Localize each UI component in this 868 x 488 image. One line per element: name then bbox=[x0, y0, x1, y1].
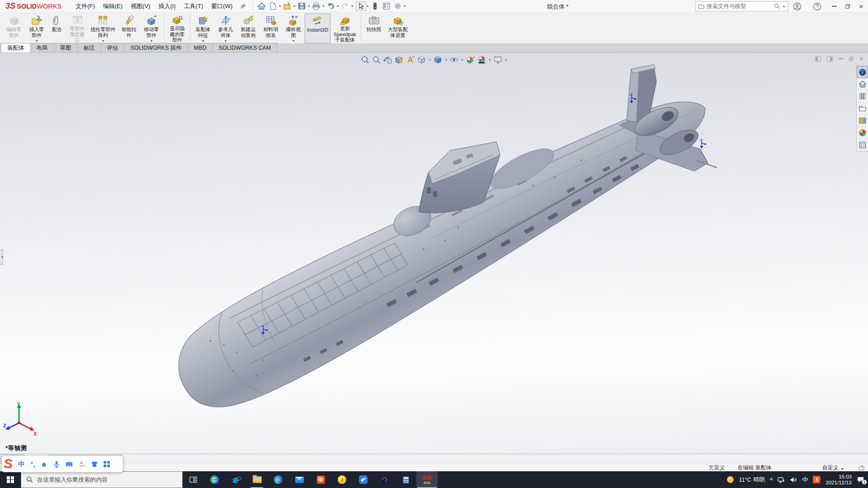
dropdown-caret-icon[interactable] bbox=[279, 4, 281, 8]
c-viewer-icon[interactable]: C bbox=[204, 471, 225, 488]
3d-viewport[interactable]: Y X Z *等轴测 bbox=[0, 53, 868, 454]
dropdown-caret-icon[interactable] bbox=[337, 4, 339, 8]
view-orientation-icon[interactable] bbox=[416, 55, 426, 65]
dropdown-caret-icon[interactable] bbox=[322, 4, 324, 8]
qq-music-icon[interactable]: ♪ bbox=[331, 471, 353, 488]
dropdown-caret-icon[interactable] bbox=[429, 58, 430, 62]
dropdown-caret-icon[interactable] bbox=[461, 58, 463, 62]
ime-mode-chinese[interactable]: 中 bbox=[18, 460, 25, 469]
ribbon-update-speedpak[interactable]: 更新Speedpak子装配体 bbox=[330, 14, 359, 43]
menu-edit[interactable]: 编辑(E) bbox=[99, 0, 127, 12]
minimize-button[interactable] bbox=[827, 0, 841, 13]
clock[interactable]: 15:03 2021/12/13 bbox=[826, 474, 852, 486]
ribbon-component-preview[interactable]: 零部件预览窗口 bbox=[66, 14, 89, 43]
ribbon-move-component[interactable]: 移动零部件 bbox=[140, 14, 163, 43]
taskbar-search-input[interactable] bbox=[37, 476, 177, 483]
menu-window[interactable]: 窗口(W) bbox=[207, 0, 236, 12]
dropdown-caret-icon[interactable] bbox=[489, 58, 491, 62]
previous-view-icon[interactable] bbox=[382, 55, 392, 65]
dropdown-caret-icon[interactable] bbox=[36, 39, 38, 43]
sogou-logo-icon[interactable]: S bbox=[4, 457, 13, 470]
select-tool[interactable] bbox=[356, 1, 366, 11]
solidworks-2021-icon[interactable]: SW 2021 bbox=[416, 471, 438, 488]
hidden-icons-chevron[interactable]: ^ bbox=[769, 477, 773, 483]
model-search-box[interactable] bbox=[695, 1, 788, 11]
view-settings-icon[interactable] bbox=[493, 55, 503, 65]
ime-microphone-icon[interactable] bbox=[53, 460, 60, 468]
tag-icon[interactable] bbox=[859, 465, 864, 471]
dropdown-caret-icon[interactable] bbox=[404, 4, 406, 8]
ribbon-assembly-features[interactable]: 装配体特征 bbox=[192, 14, 214, 43]
tab-evaluate[interactable]: 评估 bbox=[101, 43, 125, 52]
save-icon[interactable] bbox=[297, 1, 307, 11]
tab-assembly[interactable]: 装配体 bbox=[1, 43, 31, 52]
view-palette-icon[interactable] bbox=[857, 115, 868, 127]
tab-sketch[interactable]: 草图 bbox=[54, 43, 78, 52]
ribbon-insert-component[interactable]: 插入零部件 bbox=[25, 14, 48, 43]
dropdown-caret-icon[interactable] bbox=[308, 4, 310, 8]
ime-account-icon[interactable] bbox=[78, 460, 85, 468]
weather-temp[interactable]: 11°C bbox=[739, 477, 751, 483]
action-center-icon[interactable]: 1 bbox=[857, 476, 864, 483]
close-button[interactable] bbox=[854, 0, 868, 13]
zoom-fit-icon[interactable] bbox=[360, 55, 370, 65]
print-icon[interactable] bbox=[311, 1, 321, 11]
dropdown-caret-icon[interactable] bbox=[225, 39, 226, 43]
submarine-assembly-model[interactable] bbox=[0, 53, 868, 454]
custom-properties-icon[interactable] bbox=[857, 139, 868, 151]
office-icon[interactable] bbox=[310, 471, 331, 488]
apply-scene-icon[interactable] bbox=[477, 55, 487, 65]
menu-file[interactable]: 文件(F) bbox=[71, 0, 99, 12]
display-style-icon[interactable] bbox=[433, 55, 443, 65]
ribbon-exploded-view[interactable]: 爆炸视图 bbox=[282, 14, 305, 43]
undo-icon[interactable] bbox=[326, 1, 336, 11]
ribbon-mate[interactable]: 配合 bbox=[48, 14, 66, 43]
document-restore-button[interactable] bbox=[849, 56, 854, 61]
edit-appearance-icon[interactable] bbox=[466, 55, 476, 65]
ribbon-linear-pattern[interactable]: 线性零部件阵列 bbox=[89, 14, 118, 43]
volume-icon[interactable] bbox=[790, 477, 797, 483]
taskbar-search-box[interactable] bbox=[21, 471, 183, 488]
tab-addins[interactable]: SOLIDWORKS 插件 bbox=[124, 43, 188, 52]
annotation-visibility-icon[interactable] bbox=[405, 55, 415, 65]
ime-punctuation-icon[interactable]: °, bbox=[30, 460, 35, 468]
collapse-right-pane-icon[interactable] bbox=[827, 56, 833, 61]
ribbon-new-motion-study[interactable]: 新建运动算例 bbox=[237, 14, 259, 43]
login-icon[interactable] bbox=[790, 0, 804, 13]
ribbon-smart-fasteners[interactable]: 智能扣件 bbox=[118, 14, 140, 43]
xunlei-icon[interactable] bbox=[353, 471, 374, 488]
search-icon[interactable] bbox=[774, 3, 780, 9]
ime-keyboard-icon[interactable] bbox=[66, 460, 73, 468]
dropdown-caret-icon[interactable] bbox=[351, 4, 353, 8]
help-icon[interactable] bbox=[810, 0, 824, 13]
document-close-button[interactable] bbox=[859, 55, 863, 62]
redo-icon[interactable] bbox=[340, 1, 350, 11]
ime-indicator[interactable]: 中 bbox=[802, 476, 808, 484]
hide-show-items-icon[interactable] bbox=[449, 55, 459, 65]
new-document-icon[interactable] bbox=[268, 1, 278, 11]
model-search-input[interactable] bbox=[707, 3, 772, 9]
feature-tree-collapse-handle[interactable] bbox=[0, 249, 3, 265]
dropdown-caret-icon[interactable] bbox=[151, 39, 152, 43]
ime-skin-icon[interactable] bbox=[91, 460, 98, 468]
tab-markup[interactable]: 标注 bbox=[77, 43, 101, 52]
dropdown-caret-icon[interactable] bbox=[102, 39, 104, 43]
ime-toolbox-icon[interactable] bbox=[104, 461, 110, 467]
ribbon-reference-geometry[interactable]: 参考几何体 bbox=[214, 14, 237, 43]
dropdown-caret-icon[interactable] bbox=[202, 39, 204, 43]
search-dropdown-caret-icon[interactable] bbox=[783, 5, 785, 9]
ime-emoji-icon[interactable]: ☻ bbox=[40, 460, 47, 468]
pin-menu-icon[interactable] bbox=[240, 3, 246, 9]
internet-explorer-icon[interactable]: e bbox=[225, 471, 246, 488]
ribbon-take-snapshot[interactable]: 拍快照 bbox=[363, 14, 385, 43]
file-explorer-icon[interactable] bbox=[857, 103, 868, 115]
open-icon[interactable] bbox=[282, 1, 292, 11]
file-properties-icon[interactable] bbox=[381, 1, 392, 11]
ribbon-show-hidden-components[interactable]: 显示隐藏的零部件 bbox=[166, 14, 189, 43]
weather-desc[interactable]: 晴朗 bbox=[753, 476, 764, 483]
design-library-icon[interactable] bbox=[857, 90, 868, 103]
zoom-area-icon[interactable] bbox=[371, 55, 381, 65]
home-icon[interactable] bbox=[256, 1, 267, 11]
weather-sun-icon[interactable] bbox=[727, 476, 734, 483]
dropdown-caret-icon[interactable] bbox=[367, 4, 368, 8]
